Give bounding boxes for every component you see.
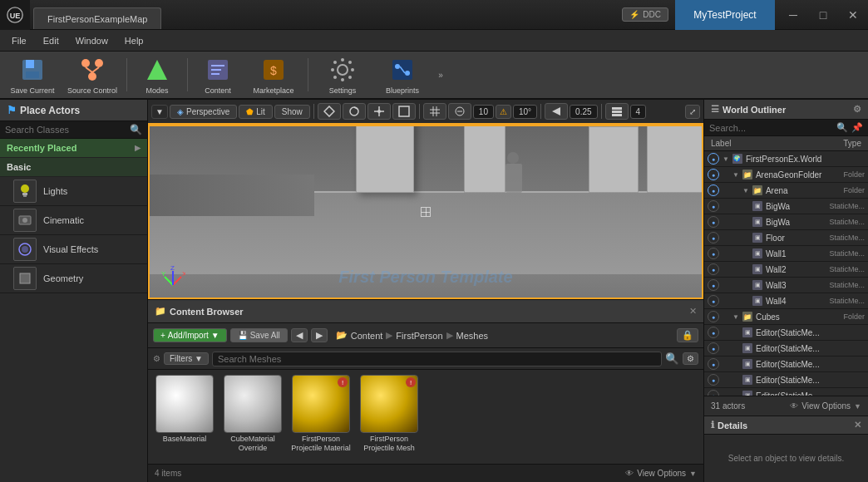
- perspective-btn[interactable]: ◈ Perspective: [170, 105, 237, 119]
- show-btn[interactable]: Show: [274, 105, 310, 119]
- menu-window[interactable]: Window: [67, 33, 116, 48]
- view-options-outliner[interactable]: View Options: [801, 401, 851, 411]
- surface-snap-btn[interactable]: [448, 103, 471, 120]
- eye-wall1[interactable]: ●: [708, 248, 719, 259]
- tree-item-bigwa2[interactable]: ● ▣ BigWa StaticMe...: [704, 214, 868, 230]
- menu-edit[interactable]: Edit: [35, 33, 67, 48]
- settings-button[interactable]: Settings: [313, 53, 372, 96]
- outliner-search-input[interactable]: [709, 123, 833, 133]
- tree-item-wall2[interactable]: ● ▣ Wall2 StaticMe...: [704, 262, 868, 278]
- view-options-arrow-icon[interactable]: ▼: [689, 470, 697, 478]
- eye-cubes-folder[interactable]: ●: [708, 311, 719, 322]
- eye-arena[interactable]: ●: [708, 184, 719, 196]
- eye-wall4[interactable]: ●: [708, 295, 719, 307]
- asset-fp-projectile-material[interactable]: ! FirstPerson Projectile Material: [289, 375, 353, 453]
- nav-back-button[interactable]: ◀: [291, 328, 308, 342]
- menu-help[interactable]: Help: [116, 33, 152, 48]
- marketplace-button[interactable]: $ Marketplace: [244, 53, 303, 96]
- tree-item-arena-folder[interactable]: ● ▼ 📁 ArenaGeonFolder Folder: [704, 167, 868, 183]
- toolbar-more-button[interactable]: »: [433, 53, 448, 96]
- tree-item-cubes-folder[interactable]: ● ▼ 📁 Cubes Folder: [704, 309, 868, 325]
- tree-item-floor[interactable]: ● ▣ Floor StaticMe...: [704, 230, 868, 246]
- eye-wall3[interactable]: ●: [708, 279, 719, 291]
- eye-wall2[interactable]: ●: [708, 263, 719, 275]
- breadcrumb-firstperson[interactable]: FirstPerson: [396, 331, 442, 341]
- menu-file[interactable]: File: [3, 33, 35, 48]
- cinematic-item[interactable]: Cinematic: [0, 206, 147, 235]
- eye-bigwa2[interactable]: ●: [708, 216, 719, 228]
- camera-speed-btn[interactable]: [545, 103, 568, 120]
- add-import-button[interactable]: + Add/Import ▼: [153, 328, 227, 342]
- close-button[interactable]: ✕: [838, 0, 868, 30]
- warning-btn[interactable]: ⚠: [496, 105, 511, 119]
- nav-forward-button[interactable]: ▶: [311, 328, 328, 342]
- eye-bigwa1[interactable]: ●: [708, 200, 719, 212]
- content-button[interactable]: Content: [193, 53, 243, 96]
- maximize-button[interactable]: □: [808, 0, 838, 30]
- map-tab[interactable]: FirstPersonExampleMap: [33, 7, 161, 29]
- eye-editor5[interactable]: ●: [708, 390, 719, 396]
- view-options-label[interactable]: View Options: [637, 469, 686, 478]
- breadcrumb-meshes[interactable]: Meshes: [456, 331, 489, 341]
- lock-path-button[interactable]: 🔒: [677, 328, 698, 342]
- eye-editor4[interactable]: ●: [708, 374, 719, 386]
- view-options-outliner-arrow[interactable]: ▼: [854, 402, 861, 411]
- save-all-button[interactable]: 💾 Save All: [230, 328, 288, 342]
- eye-floor[interactable]: ●: [708, 232, 719, 243]
- minimize-button[interactable]: ─: [778, 0, 808, 30]
- restore-viewport-btn[interactable]: ⤢: [685, 105, 700, 119]
- tree-item-editor5[interactable]: ● ▣ Editor(StaticMe...: [704, 388, 868, 396]
- lit-btn[interactable]: ⬟ Lit: [239, 105, 273, 119]
- asset-base-material[interactable]: BaseMaterial: [153, 375, 216, 453]
- viewport-settings-btn[interactable]: [605, 103, 629, 120]
- eye-editor2[interactable]: ●: [708, 342, 719, 354]
- translate-btn[interactable]: [318, 103, 341, 120]
- tree-item-wall3[interactable]: ● ▣ Wall3 StaticMe...: [704, 278, 868, 293]
- blueprints-button[interactable]: Blueprints: [373, 53, 432, 96]
- world-grid-btn[interactable]: [423, 103, 446, 120]
- outliner-pin-icon[interactable]: 📌: [851, 122, 863, 133]
- tree-item-wall4[interactable]: ● ▣ Wall4 StaticMe...: [704, 293, 868, 309]
- scale-btn[interactable]: [367, 103, 391, 120]
- rotate-btn[interactable]: [343, 103, 366, 120]
- viewport-canvas[interactable]: First Person Template X Y Z: [148, 125, 703, 299]
- search-meshes-button[interactable]: 🔍: [665, 352, 679, 365]
- angle-value[interactable]: 10°: [513, 105, 537, 119]
- details-close-icon[interactable]: ✕: [854, 420, 861, 430]
- tree-item-world[interactable]: ● ▼ 🌍 FirstPersonEx.World: [704, 151, 868, 167]
- tree-item-editor2[interactable]: ● ▣ Editor(StaticMe...: [704, 341, 868, 357]
- asset-fp-projectile-mesh[interactable]: ! FirstPerson Projectile Mesh: [358, 375, 421, 453]
- tree-item-editor1[interactable]: ● ▣ Editor(StaticMe...: [704, 325, 868, 341]
- search-meshes-input[interactable]: [212, 352, 662, 366]
- breadcrumb-content[interactable]: Content: [351, 331, 383, 341]
- modes-button[interactable]: Modes: [132, 53, 182, 96]
- lights-item[interactable]: Lights: [0, 177, 147, 206]
- search-classes-input[interactable]: [5, 125, 126, 135]
- asset-cube-material-override[interactable]: CubeMaterial Override: [221, 375, 284, 453]
- tree-item-wall1[interactable]: ● ▣ Wall1 StaticMe...: [704, 246, 868, 262]
- tree-item-arena[interactable]: ● ▼ 📁 Arena Folder: [704, 183, 868, 199]
- viewport-menu-btn[interactable]: ▼: [151, 105, 168, 119]
- eye-world[interactable]: ●: [708, 153, 719, 165]
- filter-options-button[interactable]: ⚙: [683, 352, 698, 365]
- eye-arena-folder[interactable]: ●: [708, 169, 719, 180]
- snap-value[interactable]: 10: [473, 105, 494, 119]
- ddc-btn[interactable]: ⚡ DDC: [622, 7, 668, 22]
- basic-category[interactable]: Basic: [0, 158, 147, 177]
- recently-placed-category[interactable]: Recently Placed ▶: [0, 139, 147, 158]
- tree-item-editor3[interactable]: ● ▣ Editor(StaticMe...: [704, 357, 868, 372]
- source-control-button[interactable]: Source Control: [63, 53, 121, 96]
- filters-button[interactable]: Filters ▼: [164, 352, 209, 365]
- viewport-num-4[interactable]: 4: [630, 105, 647, 119]
- tree-item-editor4[interactable]: ● ▣ Editor(StaticMe...: [704, 372, 868, 388]
- outliner-options-icon[interactable]: ⚙: [853, 104, 861, 115]
- cb-close-icon[interactable]: ✕: [689, 306, 697, 317]
- eye-editor1[interactable]: ●: [708, 327, 719, 338]
- geometry-item[interactable]: Geometry: [0, 264, 147, 293]
- visual-effects-item[interactable]: Visual Effects: [0, 235, 147, 264]
- eye-editor3[interactable]: ●: [708, 358, 719, 370]
- tree-item-bigwa1[interactable]: ● ▣ BigWa StaticMe...: [704, 199, 868, 214]
- maximize-btn[interactable]: [392, 103, 416, 120]
- camera-scale-value[interactable]: 0.25: [570, 105, 597, 119]
- save-current-button[interactable]: Save Current: [3, 53, 62, 96]
